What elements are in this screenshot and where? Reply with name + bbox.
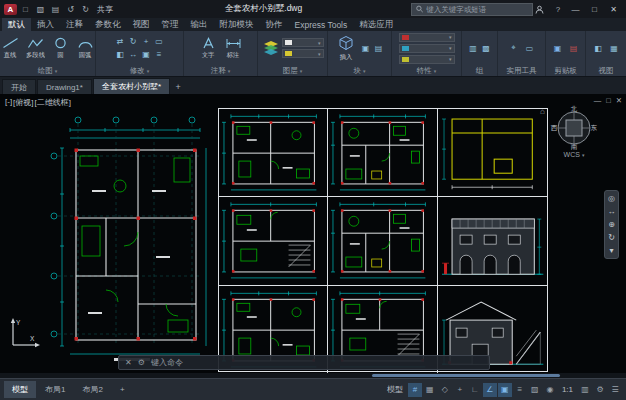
create-block-icon[interactable]: ▣ <box>360 42 372 54</box>
linetype-dropdown[interactable]: ▾ <box>399 44 455 53</box>
text-button[interactable]: 文字 <box>197 37 220 60</box>
orbit-icon[interactable]: ↻ <box>608 233 615 242</box>
layer-state-dropdown[interactable]: ▾ <box>282 49 324 58</box>
command-line[interactable]: ✕ ⚙ 键入命令 <box>118 355 490 370</box>
new-file-icon[interactable]: □ <box>19 3 32 16</box>
horizontal-scrollbar[interactable] <box>0 373 626 378</box>
lineweight-dropdown[interactable]: ▾ <box>399 55 455 64</box>
fillet-icon[interactable]: ≡ <box>153 49 165 61</box>
move-icon[interactable]: ⇄ <box>114 36 126 48</box>
lineweight-icon[interactable]: ≡ <box>513 383 527 397</box>
scrollbar-thumb[interactable] <box>372 374 560 377</box>
layout-tab-layout2[interactable]: 布局2 <box>74 381 110 398</box>
transparency-icon[interactable]: ▨ <box>528 383 542 397</box>
ribbon-tab-output[interactable]: 输出 <box>185 18 214 31</box>
command-customize-icon[interactable]: ⚙ <box>138 358 145 367</box>
insert-block-button[interactable]: 插入 <box>335 35 358 62</box>
ortho-icon[interactable]: ∟ <box>468 383 482 397</box>
viewport-restore-icon[interactable]: □ <box>606 96 611 105</box>
ribbon-tab-collaborate[interactable]: 协作 <box>260 18 289 31</box>
rotate-icon[interactable]: ↻ <box>127 36 139 48</box>
ribbon-tab-express[interactable]: Express Tools <box>289 18 354 31</box>
ribbon-tab-home[interactable]: 默认 <box>2 18 31 31</box>
view-control[interactable]: [俯视] <box>13 97 33 108</box>
search-input[interactable] <box>426 5 528 14</box>
search-box[interactable] <box>411 3 533 16</box>
ribbon-tab-parametric[interactable]: 参数化 <box>89 18 127 31</box>
dynamic-input-icon[interactable]: + <box>453 383 467 397</box>
snap-icon[interactable]: ▦ <box>423 383 437 397</box>
open-file-icon[interactable]: ▧ <box>34 3 47 16</box>
file-tab-start[interactable]: 开始 <box>2 79 36 94</box>
save-icon[interactable]: ▤ <box>49 3 62 16</box>
group-icon[interactable]: ▥ <box>467 42 479 54</box>
customize-icon[interactable]: ☰ <box>608 383 622 397</box>
panel-label-group[interactable]: 组 <box>462 65 497 76</box>
viewcube[interactable]: ⌂ 北 南 西 东 WCS ▾ <box>548 106 600 158</box>
object-color-dropdown[interactable]: ▾ <box>399 33 455 42</box>
panel-label-layers[interactable]: 图层▾ <box>258 65 327 76</box>
edit-block-icon[interactable]: ▤ <box>373 42 385 54</box>
settings-icon[interactable]: ⚙ <box>593 383 607 397</box>
viewcube-east-label[interactable]: 东 <box>591 125 598 132</box>
panel-label-modify[interactable]: 修改▾ <box>96 65 183 76</box>
ribbon-tab-annotate[interactable]: 注释 <box>60 18 89 31</box>
visual-style-control[interactable]: [二维线框] <box>35 97 71 108</box>
panel-label-view[interactable]: 视图 <box>586 65 626 76</box>
stretch-icon[interactable]: ▭ <box>153 36 165 48</box>
wcs-dropdown[interactable]: WCS ▾ <box>548 151 600 158</box>
viewcube-home-icon[interactable]: ⌂ <box>540 107 545 116</box>
pan-icon[interactable]: ↔ <box>608 207 616 216</box>
viewcube-west-label[interactable]: 西 <box>551 125 558 132</box>
ribbon-tab-addins[interactable]: 附加模块 <box>214 18 260 31</box>
copy-icon[interactable]: + <box>140 36 152 48</box>
object-snap-icon[interactable]: ▣ <box>498 383 512 397</box>
redo-icon[interactable]: ↻ <box>79 3 92 16</box>
layer-properties-icon[interactable] <box>262 39 280 57</box>
file-tab-current[interactable]: 全套农村小别墅* <box>93 78 170 94</box>
undo-icon[interactable]: ↺ <box>64 3 77 16</box>
close-button[interactable]: ✕ <box>605 0 622 18</box>
polyline-button[interactable]: 多段线 <box>24 37 47 60</box>
zoom-icon[interactable]: ⊕ <box>608 220 615 229</box>
new-tab-button[interactable]: + <box>171 80 185 94</box>
new-layout-button[interactable]: + <box>112 382 133 397</box>
dimension-button[interactable]: 标注 <box>222 37 245 60</box>
command-close-icon[interactable]: ✕ <box>125 358 132 367</box>
model-space-button[interactable]: 模型 <box>383 384 407 395</box>
ribbon-tab-featured[interactable]: 精选应用 <box>353 18 399 31</box>
app-menu-button[interactable]: A <box>4 4 17 15</box>
drawing-canvas[interactable]: [-] [俯视] [二维线框] — □ ✕ <box>0 94 626 378</box>
viewcube-north-label[interactable]: 北 <box>551 106 597 113</box>
workspace-icon[interactable]: ▥ <box>578 383 592 397</box>
ungroup-icon[interactable]: ▩ <box>480 42 492 54</box>
panel-label-draw[interactable]: 绘图▾ <box>0 65 95 76</box>
annotation-monitor-icon[interactable]: ◉ <box>543 383 557 397</box>
showmotion-icon[interactable]: ▾ <box>609 246 613 255</box>
viewport-minimize-icon[interactable]: — <box>594 96 602 105</box>
panel-label-annotation[interactable]: 注释▾ <box>184 65 257 76</box>
ribbon-tab-view[interactable]: 视图 <box>127 18 156 31</box>
file-tab-drawing1[interactable]: Drawing1* <box>37 79 92 94</box>
viewport-close-icon[interactable]: ✕ <box>616 96 622 105</box>
line-button[interactable]: 直线 <box>0 37 22 60</box>
infer-constraints-icon[interactable]: ◇ <box>438 383 452 397</box>
panel-label-clipboard[interactable]: 剪贴板 <box>546 65 585 76</box>
offset-icon[interactable]: ↔ <box>127 49 139 61</box>
measure-icon[interactable]: ⌖ <box>507 43 521 53</box>
view-tools-icon[interactable]: ▦ <box>607 44 621 53</box>
viewcube-south-label[interactable]: 南 <box>551 144 597 151</box>
viewport-config-icon[interactable]: ◧ <box>591 44 605 53</box>
quick-select-icon[interactable]: ▭ <box>523 44 537 53</box>
panel-label-properties[interactable]: 特性▾ <box>392 65 461 76</box>
share-button[interactable]: 共享 <box>94 4 116 15</box>
panel-label-utilities[interactable]: 实用工具 <box>498 65 545 76</box>
layout-tab-layout1[interactable]: 布局1 <box>37 381 73 398</box>
paste-icon[interactable]: ▣ <box>551 44 565 53</box>
annotation-scale-button[interactable]: 1:1 <box>558 385 577 394</box>
copy-clip-icon[interactable]: ▤ <box>567 44 581 53</box>
grid-icon[interactable]: # <box>408 383 422 397</box>
account-icon[interactable] <box>535 5 549 14</box>
polar-tracking-icon[interactable]: ∠ <box>483 383 497 397</box>
restore-button[interactable]: □ <box>586 0 603 18</box>
